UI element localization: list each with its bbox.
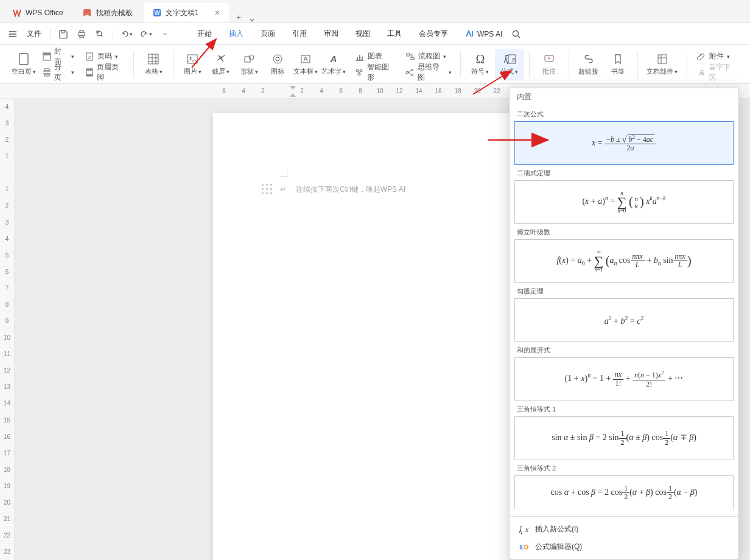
redo-icon[interactable]: ▾ <box>138 26 155 42</box>
quick-access-dropdown[interactable] <box>157 26 173 42</box>
menu-view[interactable]: 视图 <box>348 26 377 41</box>
menu-page[interactable]: 页面 <box>253 26 282 41</box>
headerfooter-icon <box>84 68 94 77</box>
hamburger-icon[interactable] <box>5 26 21 42</box>
page-hint: ↵ 连续按下两次Ctrl键，唤起WPS AI <box>262 184 405 195</box>
cover-icon <box>41 52 52 61</box>
blank-page-icon <box>18 52 30 66</box>
new-tab-button[interactable]: ＋ <box>230 12 247 23</box>
wordart-icon: A <box>328 52 340 66</box>
formula-label-trig1: 三角恒等式 1 <box>517 405 731 414</box>
svg-text:x: x <box>511 55 516 63</box>
menu-insert[interactable]: 插入 <box>222 26 251 41</box>
close-tab-icon[interactable]: ✕ <box>214 9 220 17</box>
formula-trig2[interactable]: cos α + cos β = 2 cos12(α + β) cos12(α −… <box>514 475 734 509</box>
print-preview-icon[interactable] <box>92 26 108 42</box>
hyperlink-button[interactable]: 超链接 <box>574 49 603 80</box>
svg-point-24 <box>249 55 254 60</box>
formula-new-icon: x <box>518 525 529 534</box>
table-icon <box>147 52 159 66</box>
table-button[interactable]: 表格▾ <box>139 49 168 80</box>
panel-header: 内置 <box>510 88 738 106</box>
svg-rect-34 <box>411 57 414 60</box>
svg-point-37 <box>412 74 413 75</box>
formula-expansion[interactable]: (1 + x)n = 1 + nx1! + n(n − 1)x22! + ⋯ <box>514 357 734 401</box>
screenshot-icon <box>215 52 227 66</box>
bookmark-button[interactable]: 书签 <box>603 49 633 80</box>
formula-quadratic[interactable]: x = −b ± √b2 − 4ac2a <box>514 121 734 165</box>
search-icon[interactable] <box>508 26 524 42</box>
wps-ai-button[interactable]: WPS AI <box>465 29 502 39</box>
svg-rect-11 <box>43 53 51 55</box>
svg-text:x: x <box>525 527 529 533</box>
svg-point-35 <box>406 71 408 74</box>
svg-rect-4 <box>80 30 83 32</box>
print-dropdown-icon[interactable] <box>74 26 89 42</box>
comment-button[interactable]: +批注 <box>534 49 564 80</box>
template-tab-label: 找稻壳模板 <box>96 8 133 18</box>
symbol-button[interactable]: Ω符号▾ <box>466 49 495 80</box>
svg-rect-20 <box>188 55 197 63</box>
insert-new-formula[interactable]: x 插入新公式(I) <box>510 520 738 538</box>
formula-fourier[interactable]: f(x) = a0 + ∞∑n=1 (an cosnπxL + bn sinnπ… <box>514 239 734 283</box>
formula-icon: x <box>503 52 516 66</box>
menu-reference[interactable]: 引用 <box>285 26 314 41</box>
svg-text:#: # <box>88 55 91 60</box>
shape-icon <box>243 52 255 66</box>
file-menu[interactable]: 文件 <box>23 26 45 41</box>
svg-point-25 <box>273 55 282 63</box>
formula-editor[interactable]: 公式编辑器(Q) <box>510 538 738 556</box>
dropcap-button: A首字下沉 <box>692 65 740 80</box>
margin-corner-icon <box>280 169 287 177</box>
hyperlink-icon <box>583 52 595 66</box>
picture-button[interactable]: 图片▾ <box>178 49 206 80</box>
drag-handle-icon[interactable] <box>262 184 273 195</box>
formula-binomial[interactable]: (x + a)n = n∑k=0 (nk) xkan−k <box>514 180 734 224</box>
template-tab[interactable]: 找稻壳模板 <box>74 3 141 23</box>
svg-text:A: A <box>303 55 308 63</box>
blank-page-button[interactable]: 空白页▾ <box>10 49 38 80</box>
pagebreak-button[interactable]: 分页▾ <box>38 65 78 80</box>
svg-rect-17 <box>86 69 93 71</box>
mindmap-button[interactable]: 思维导图▾ <box>401 65 455 80</box>
textbox-button[interactable]: A文本框▾ <box>292 49 320 80</box>
pagenum-icon: # <box>84 52 95 61</box>
save-icon[interactable] <box>55 26 71 42</box>
svg-text:A: A <box>330 54 337 64</box>
docpart-icon <box>656 52 668 66</box>
tab-menu-button[interactable] <box>247 18 257 23</box>
wordart-button[interactable]: A艺术字▾ <box>320 49 348 80</box>
svg-rect-33 <box>407 54 410 56</box>
svg-rect-9 <box>19 54 28 65</box>
undo-icon[interactable]: ▾ <box>118 26 135 42</box>
menu-start[interactable]: 开始 <box>190 26 219 41</box>
title-tab-strip: WPS Office 找稻壳模板 W 文字文稿1 ✕ ＋ <box>0 0 750 23</box>
chart-icon <box>354 52 365 61</box>
docpart-button[interactable]: 文档部件▾ <box>643 49 682 80</box>
panel-footer: x 插入新公式(I) 公式编辑器(Q) <box>510 516 738 559</box>
ribbon-insert: 空白页▾ 封面▾ 分页▾ #页码▾ 页眉页脚 表格▾ 图片▾ 截屏▾ 形状▾ 图… <box>0 45 750 84</box>
formula-trig1[interactable]: sin α ± sin β = 2 sin12(α ± β) cos12(α ∓… <box>514 416 734 460</box>
svg-rect-13 <box>44 74 49 76</box>
headerfooter-button[interactable]: 页眉页脚 <box>80 65 128 80</box>
shape-button[interactable]: 形状▾ <box>235 49 263 80</box>
svg-rect-18 <box>86 74 93 76</box>
screenshot-button[interactable]: 截屏▾ <box>207 49 235 80</box>
word-doc-icon: W <box>152 8 162 18</box>
menu-member[interactable]: 会员专享 <box>412 26 455 41</box>
icon-button[interactable]: 图标 <box>263 49 291 80</box>
pagebreak-icon <box>41 68 52 77</box>
smartart-button[interactable]: 智能图形 <box>351 65 399 80</box>
menu-tools[interactable]: 工具 <box>380 26 409 41</box>
svg-point-8 <box>513 30 519 36</box>
formula-label-pythagoras: 勾股定理 <box>517 287 731 296</box>
menu-review[interactable]: 审阅 <box>317 26 346 41</box>
document-tab[interactable]: W 文字文稿1 ✕ <box>144 3 230 23</box>
indent-marker-icon[interactable] <box>289 85 295 91</box>
textbox-icon: A <box>300 52 312 66</box>
ai-logo-icon <box>465 29 475 39</box>
svg-point-32 <box>358 73 360 75</box>
formula-pythagoras[interactable]: a2 + b2 = c2 <box>514 298 734 342</box>
app-tab[interactable]: WPS Office <box>4 3 72 23</box>
formula-button[interactable]: x公式▾ <box>495 49 524 80</box>
